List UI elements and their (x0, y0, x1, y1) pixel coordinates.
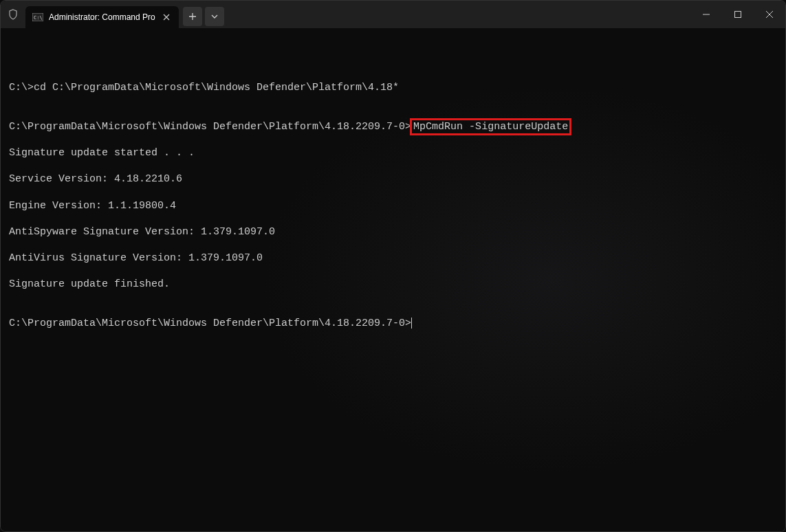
output-line: Engine Version: 1.1.19800.4 (9, 199, 777, 212)
terminal-body[interactable]: C:\>cd C:\ProgramData\Microsoft\Windows … (1, 28, 785, 531)
terminal-window: C:\ Administrator: Command Pro (0, 0, 786, 532)
highlighted-command: MpCmdRun -SignatureUpdate (410, 118, 571, 135)
prompt-3: C:\ProgramData\Microsoft\Windows Defende… (9, 318, 411, 329)
svg-rect-2 (735, 12, 741, 18)
new-tab-button[interactable] (183, 7, 202, 26)
tab-dropdown-button[interactable] (205, 7, 224, 26)
cmd-icon: C:\ (32, 12, 43, 23)
output-line: Service Version: 4.18.2210.6 (9, 173, 777, 186)
minimize-button[interactable] (690, 1, 722, 28)
output-line: AntiVirus Signature Version: 1.379.1097.… (9, 252, 777, 265)
tab-title: Administrator: Command Pro (49, 12, 155, 22)
output-line: AntiSpyware Signature Version: 1.379.109… (9, 225, 777, 239)
titlebar: C:\ Administrator: Command Pro (1, 1, 785, 28)
window-controls (690, 1, 785, 28)
shield-icon (1, 1, 25, 28)
tab-controls (183, 7, 224, 26)
output-line: Signature update started . . . (9, 146, 777, 159)
maximize-button[interactable] (722, 1, 754, 28)
svg-text:C:\: C:\ (34, 15, 43, 21)
prompt-2: C:\ProgramData\Microsoft\Windows Defende… (9, 121, 411, 133)
output-line: Signature update finished. (9, 278, 777, 291)
prompt-1: C:\> (9, 82, 34, 93)
terminal-output: C:\>cd C:\ProgramData\Microsoft\Windows … (9, 81, 777, 330)
active-tab[interactable]: C:\ Administrator: Command Pro (25, 6, 179, 28)
close-button[interactable] (754, 1, 785, 28)
tab-close-button[interactable] (161, 12, 172, 23)
text-cursor (411, 318, 412, 329)
command-1: cd C:\ProgramData\Microsoft\Windows Defe… (34, 82, 399, 93)
